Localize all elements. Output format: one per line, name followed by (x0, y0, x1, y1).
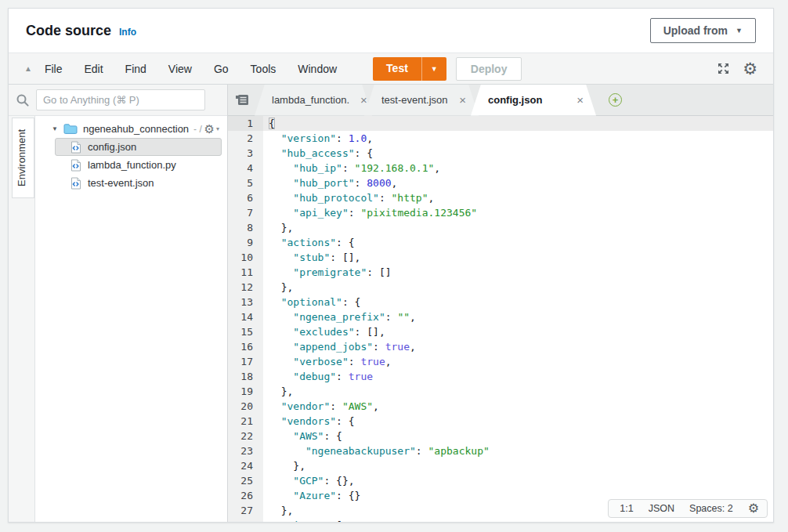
code-line[interactable]: 17 "verbose": true, (228, 354, 773, 369)
code-line[interactable]: 7 "api_key": "pixitmedia.123456" (228, 205, 773, 220)
code-line[interactable]: 25 "GCP": {}, (228, 473, 773, 488)
code-line[interactable]: 8 }, (228, 220, 773, 235)
line-content: "sites": [ (263, 518, 773, 522)
test-button-label: Test (373, 57, 421, 81)
close-icon[interactable]: × (349, 94, 367, 106)
disclosure-triangle-icon[interactable]: ▼ (52, 125, 58, 132)
code-line[interactable]: 3 "hub_access": { (228, 146, 773, 161)
info-link[interactable]: Info (119, 27, 136, 38)
code-line[interactable]: 5 "hub_port": 8000, (228, 176, 773, 190)
code-line[interactable]: 15 "excludes": [], (228, 324, 773, 339)
line-number: 2 (228, 131, 263, 146)
menu-item-view[interactable]: View (168, 63, 192, 75)
line-number: 1 (228, 116, 263, 131)
ide-menubar: ▲ FileEditFindViewGoToolsWindow Test ▼ D… (9, 52, 773, 85)
line-number: 14 (228, 309, 263, 324)
menu-item-tools[interactable]: Tools (251, 63, 277, 75)
line-content: }, (263, 280, 773, 295)
tree-files: config.jsonlambda_function.pytest-event.… (35, 138, 227, 192)
upload-from-label: Upload from (663, 24, 728, 37)
editor-tabs: lambda_function.×test-event.json×config.… (255, 85, 596, 116)
code-line[interactable]: 28 "sites": [ (228, 518, 773, 522)
line-content: "hub_access": { (263, 146, 773, 161)
code-line[interactable]: 13 "optional": { (228, 295, 773, 309)
side-tab-strip: Environment (9, 116, 35, 522)
code-file-icon (70, 141, 81, 154)
tab-list-icon[interactable] (234, 93, 250, 107)
menubar-right: ⚙ (717, 60, 757, 77)
line-content: "append_jobs": true, (263, 339, 773, 354)
menu-item-file[interactable]: File (45, 63, 63, 75)
line-number: 19 (228, 384, 263, 399)
tree-file-config.json[interactable]: config.json (55, 138, 222, 156)
menu-item-window[interactable]: Window (298, 63, 337, 75)
line-number: 27 (228, 503, 263, 518)
fullscreen-icon[interactable] (717, 62, 730, 75)
line-number: 10 (228, 250, 263, 265)
line-content: "excludes": [], (263, 324, 773, 339)
line-number: 21 (228, 414, 263, 429)
close-icon[interactable]: × (448, 94, 466, 106)
code-line[interactable]: 1{ (228, 116, 773, 131)
line-number: 26 (228, 488, 263, 503)
close-icon[interactable]: × (566, 94, 584, 106)
code-source-panel: Code source Info Upload from ▼ ▲ FileEdi… (8, 8, 774, 523)
code-line[interactable]: 14 "ngenea_prefix": "", (228, 309, 773, 324)
file-name: test-event.json (88, 177, 154, 189)
code-line[interactable]: 22 "AWS": { (228, 429, 773, 443)
folder-path-suffix: - / (193, 124, 202, 135)
editor-settings-gear-icon[interactable]: ⚙ (748, 502, 759, 515)
editor-tab-test-event.json[interactable]: test-event.json× (364, 85, 479, 116)
gear-glyph: ⚙ (204, 123, 215, 135)
tree-file-test-event.json[interactable]: test-event.json (55, 174, 222, 192)
menu-item-find[interactable]: Find (125, 63, 146, 75)
page-title: Code source (26, 23, 111, 39)
line-content: "actions": { (263, 235, 773, 250)
test-button[interactable]: Test ▼ (373, 57, 446, 81)
code-line[interactable]: 11 "premigrate": [] (228, 265, 773, 280)
chevron-down-icon[interactable]: ▼ (422, 57, 446, 81)
settings-gear-icon[interactable]: ⚙ (743, 60, 757, 77)
goto-anything-input[interactable] (36, 89, 205, 110)
chevron-down-icon: ▾ (216, 126, 219, 132)
tree-file-lambda_function.py[interactable]: lambda_function.py (55, 156, 222, 174)
code-line[interactable]: 19 }, (228, 384, 773, 399)
tree-folder-row[interactable]: ▼ ngeneahub_connection - / ⚙ ▾ (35, 120, 227, 138)
cursor-position[interactable]: 1:1 (620, 503, 633, 514)
editor-statusbar: 1:1 JSON Spaces: 2 ⚙ (608, 499, 768, 518)
tree-settings-gear-icon[interactable]: ⚙ ▾ (204, 123, 219, 135)
code-line[interactable]: 9 "actions": { (228, 235, 773, 250)
goto-anything-row (9, 85, 227, 116)
menu-item-edit[interactable]: Edit (84, 63, 103, 75)
line-number: 24 (228, 458, 263, 473)
code-line[interactable]: 6 "hub_protocol": "http", (228, 190, 773, 205)
panel-header: Code source Info Upload from ▼ (9, 9, 773, 52)
code-line[interactable]: 24 }, (228, 458, 773, 473)
line-content: "hub_ip": "192.168.0.1", (263, 161, 773, 176)
code-line[interactable]: 2 "version": 1.0, (228, 131, 773, 146)
collapse-panel-icon[interactable]: ▲ (24, 64, 32, 73)
upload-from-button[interactable]: Upload from ▼ (650, 18, 756, 43)
code-line[interactable]: 4 "hub_ip": "192.168.0.1", (228, 161, 773, 176)
code-line[interactable]: 21 "vendors": { (228, 414, 773, 429)
code-line[interactable]: 12 }, (228, 280, 773, 295)
line-number: 15 (228, 324, 263, 339)
code-editor[interactable]: 1{2 "version": 1.0,3 "hub_access": {4 "h… (228, 116, 773, 522)
new-tab-button[interactable]: + (609, 93, 622, 107)
editor-tab-lambda_function.[interactable]: lambda_function.× (255, 85, 372, 116)
code-line[interactable]: 18 "debug": true (228, 369, 773, 384)
code-line[interactable]: 20 "vendor": "AWS", (228, 399, 773, 414)
language-mode[interactable]: JSON (649, 503, 674, 514)
line-number: 4 (228, 161, 263, 176)
code-line[interactable]: 23 "ngeneabackupuser": "apbackup" (228, 443, 773, 458)
code-line[interactable]: 10 "stub": [], (228, 250, 773, 265)
deploy-button[interactable]: Deploy (456, 57, 522, 81)
menu-item-go[interactable]: Go (214, 63, 229, 75)
code-lines: 1{2 "version": 1.0,3 "hub_access": {4 "h… (228, 116, 773, 522)
tab-environment[interactable]: Environment (12, 118, 34, 198)
line-content: "AWS": { (263, 429, 773, 443)
editor-tab-config.json[interactable]: config.json× (471, 85, 596, 116)
code-line[interactable]: 16 "append_jobs": true, (228, 339, 773, 354)
editor-pane: lambda_function.×test-event.json×config.… (228, 85, 773, 522)
indentation-setting[interactable]: Spaces: 2 (689, 503, 733, 514)
